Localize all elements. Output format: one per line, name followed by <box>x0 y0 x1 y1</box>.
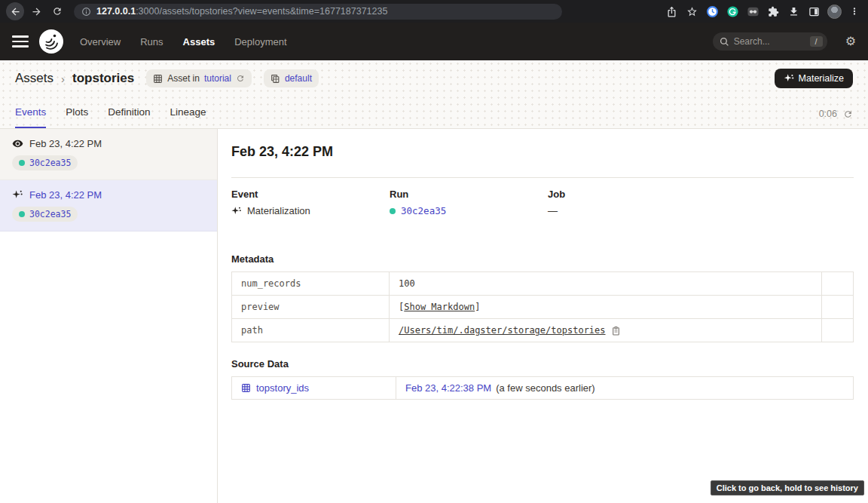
breadcrumb-chevron-icon: › <box>60 72 66 85</box>
observation-eye-icon <box>12 138 23 149</box>
refresh-icon[interactable] <box>843 109 853 119</box>
asset-location-badge: Asset in tutorial <box>146 69 252 87</box>
job-label: Job <box>548 189 854 200</box>
dagster-logo[interactable] <box>39 29 63 54</box>
extensions-button[interactable] <box>766 4 781 19</box>
page-body: Feb 23, 4:22 PM 30c2ea35 Feb 23, 4:22 PM… <box>0 129 868 503</box>
app-window: 127.0.0.1:3000/assets/topstories?view=ev… <box>0 0 868 503</box>
goggles-extension-button[interactable] <box>745 4 760 19</box>
source-asset-link[interactable]: topstory_ids <box>232 377 396 399</box>
tab-lineage[interactable]: Lineage <box>170 106 206 128</box>
settings-gear-icon[interactable]: ⚙ <box>845 35 856 48</box>
run-status-dot <box>19 160 25 166</box>
table-row: preview [Show Markdown] <box>232 296 853 319</box>
asset-location-link[interactable]: tutorial <box>204 73 231 84</box>
event-list-sidebar: Feb 23, 4:22 PM 30c2ea35 Feb 23, 4:22 PM… <box>0 129 218 503</box>
asset-tabs: Events Plots Definition Lineage 0:06 <box>0 97 868 128</box>
event-detail-title: Feb 23, 4:22 PM <box>231 144 854 160</box>
history-extension-button[interactable] <box>704 4 720 19</box>
materialize-label: Materialize <box>799 73 844 84</box>
materialize-button[interactable]: Materialize <box>775 69 853 88</box>
browser-forward-button[interactable] <box>27 2 45 20</box>
profile-button[interactable] <box>827 4 842 19</box>
asset-group-badge[interactable]: default <box>264 69 319 87</box>
run-column: Run 30c2ea35 <box>390 189 548 216</box>
metadata-spare-cell <box>822 319 853 342</box>
side-panel-icon <box>808 6 820 17</box>
breadcrumb-assets[interactable]: Assets <box>15 71 53 86</box>
materialization-sparkle-icon <box>12 189 23 201</box>
breadcrumb: Assets › topstories Asset in tutorial de… <box>0 60 868 97</box>
event-list-item-materialization[interactable]: Feb 23, 4:22 PM 30c2ea35 <box>0 180 217 232</box>
bookmark-button[interactable] <box>684 4 699 19</box>
run-label: Run <box>390 189 548 200</box>
show-markdown-link[interactable]: Show Markdown <box>404 302 475 312</box>
source-data-heading: Source Data <box>231 358 854 370</box>
search-icon <box>720 37 729 47</box>
grammarly-icon <box>726 5 739 18</box>
forward-arrow-icon <box>31 6 42 17</box>
source-time-link[interactable]: Feb 23, 4:22:38 PM <box>405 382 491 394</box>
run-id-pill[interactable]: 30c2ea35 <box>12 155 78 170</box>
url-text: 127.0.0.1:3000/assets/topstories?view=ev… <box>96 6 387 17</box>
path-link[interactable]: /Users/tim/.dagster/storage/topstories <box>399 325 606 336</box>
search-shortcut-badge: / <box>810 36 823 47</box>
event-summary-grid: Event Materialization Run 30c2ea35 Job — <box>231 189 854 216</box>
metadata-table: num_records 100 preview [Show Markdown] … <box>231 271 854 342</box>
browser-back-button[interactable] <box>6 2 24 20</box>
run-id-pill[interactable]: 30c2ea35 <box>12 207 78 222</box>
reload-location-icon[interactable] <box>236 74 245 83</box>
refresh-timer: 0:06 <box>819 109 853 128</box>
nav-item-assets[interactable]: Assets <box>183 36 215 48</box>
downloads-button[interactable] <box>786 4 801 19</box>
app-navbar: Overview Runs Assets Deployment / ⚙ <box>0 23 868 60</box>
hamburger-menu-button[interactable] <box>12 35 29 48</box>
clock-extension-icon <box>706 5 719 18</box>
grammarly-extension-button[interactable] <box>725 4 740 19</box>
event-type-value: Materialization <box>247 205 310 216</box>
table-row: path /Users/tim/.dagster/storage/topstor… <box>232 319 853 342</box>
run-id: 30c2ea35 <box>29 209 71 219</box>
job-column: Job — <box>548 189 854 216</box>
browser-menu-button[interactable] <box>847 4 862 19</box>
source-asset-name[interactable]: topstory_ids <box>256 382 309 394</box>
global-search[interactable]: / <box>713 32 827 51</box>
job-value: — <box>548 205 558 216</box>
back-button-tooltip: Click to go back, hold to see history <box>711 480 864 495</box>
side-panel-button[interactable] <box>806 4 821 19</box>
tab-definition[interactable]: Definition <box>108 106 150 128</box>
metadata-key: preview <box>232 296 390 318</box>
nav-item-deployment[interactable]: Deployment <box>234 36 286 48</box>
metadata-spare-cell <box>822 296 853 318</box>
copy-path-button[interactable] <box>611 326 621 336</box>
url-path: :3000/assets/topstories?view=events&time… <box>136 6 387 17</box>
materialization-sparkle-icon <box>231 206 242 216</box>
run-id: 30c2ea35 <box>29 158 71 168</box>
search-input[interactable] <box>734 36 802 47</box>
tab-plots[interactable]: Plots <box>66 106 88 128</box>
source-time-cell: Feb 23, 4:22:38 PM (a few seconds earlie… <box>396 377 853 399</box>
goggles-extension-icon <box>747 5 760 18</box>
browser-action-icons <box>664 4 862 19</box>
site-info-icon[interactable] <box>81 7 91 17</box>
nav-item-runs[interactable]: Runs <box>140 36 163 48</box>
download-icon <box>788 6 799 17</box>
share-button[interactable] <box>664 4 679 19</box>
bracket-open: [ <box>399 302 404 312</box>
metadata-spare-cell <box>822 272 853 295</box>
asset-group-link[interactable]: default <box>285 73 312 84</box>
breadcrumb-asset-name: topstories <box>72 71 134 86</box>
kebab-menu-icon <box>849 6 860 17</box>
url-host: 127.0.0.1 <box>96 6 136 17</box>
source-data-table: topstory_ids Feb 23, 4:22:38 PM (a few s… <box>231 376 854 400</box>
metadata-key: path <box>232 319 390 342</box>
event-list-item-observation[interactable]: Feb 23, 4:22 PM 30c2ea35 <box>0 129 217 180</box>
tab-events[interactable]: Events <box>15 106 46 128</box>
metadata-value: 100 <box>399 278 415 289</box>
materialize-sparkle-icon <box>784 73 794 84</box>
run-status-dot <box>390 208 396 214</box>
run-id-link[interactable]: 30c2ea35 <box>401 205 446 216</box>
nav-item-overview[interactable]: Overview <box>80 36 121 48</box>
address-bar[interactable]: 127.0.0.1:3000/assets/topstories?view=ev… <box>74 4 562 20</box>
browser-reload-button[interactable] <box>48 2 66 20</box>
